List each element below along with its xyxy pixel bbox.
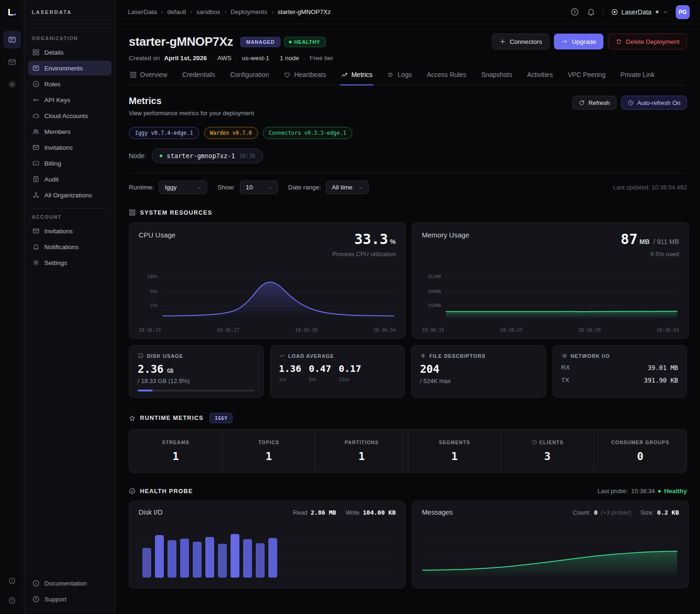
connectors-button[interactable]: Connectors [492, 34, 549, 49]
notifications-icon[interactable] [587, 7, 595, 16]
auto-refresh-button[interactable]: Auto-refresh On [621, 96, 687, 110]
disk-value: 2.36 [138, 363, 163, 375]
users-icon [32, 128, 40, 135]
grid-icon [32, 49, 40, 56]
sidebar-item-billing[interactable]: Billing [28, 156, 112, 171]
sidebar-item-settings[interactable]: Settings [28, 255, 112, 270]
sidebar-item-notifications[interactable]: Notifications [28, 239, 112, 254]
healthy-dot [658, 490, 661, 493]
runtime-stat-label-text: SEGMENTS [439, 440, 470, 445]
system-resources-header: SYSTEM RESOURCES [129, 209, 687, 216]
sidebar-item-label: Invitations [44, 228, 73, 235]
sidebar-divider [32, 208, 108, 209]
breadcrumb-item[interactable]: default [167, 8, 186, 15]
tab-configuration[interactable]: Configuration [229, 71, 270, 85]
tab-metrics[interactable]: Metrics [340, 71, 373, 85]
org-switcher[interactable]: LaserData ★ [611, 8, 668, 16]
tab-logs[interactable]: Logs [386, 71, 413, 85]
runtime-stat-label: CLIENTS [532, 440, 564, 445]
panel-icon [32, 64, 40, 72]
sidebar-item-label: Details [44, 49, 63, 56]
sidebar-item-label: Audit [44, 176, 59, 183]
cpu-x-axis: 10:36:1510:36:2710:36:3910:36:54 [139, 328, 396, 333]
rail-support[interactable] [5, 593, 19, 607]
sidebar-item-api-keys[interactable]: API Keys [28, 92, 112, 107]
load-15m: 0.17 [339, 363, 361, 374]
tab-access-rules[interactable]: Access Rules [426, 71, 467, 85]
sun-icon [32, 259, 40, 266]
network-label: NETWORK I/O [571, 353, 610, 359]
avatar[interactable]: PG [676, 5, 690, 19]
node-label: Node: [129, 152, 146, 160]
rail-environments[interactable] [3, 31, 21, 49]
section-title: RUNTIME METRICS [140, 415, 203, 421]
runtime-stat-label: CONSUMER GROUPS [611, 440, 670, 445]
breadcrumb-separator: › [190, 9, 192, 15]
delete-deployment-button[interactable]: Delete Deployment [608, 34, 687, 49]
runtime-stat-label-text: TOPICS [259, 440, 280, 445]
node-pill[interactable]: starter-gmnop7xz-1 10:36 [152, 148, 263, 163]
sidebar-item-audit[interactable]: Audit [28, 172, 112, 187]
tab-overview[interactable]: Overview [129, 71, 168, 85]
node-status-dot [160, 154, 162, 157]
runtime-stat-value: 1 [451, 450, 458, 462]
runtime-stat-topics: TOPICS1 [222, 430, 315, 472]
upgrade-button[interactable]: Upgrade [554, 34, 603, 49]
disk-usage-progress-fill [138, 390, 153, 391]
icon-rail: L [0, 0, 24, 614]
disk-unit: GB [167, 368, 173, 374]
tab-heartbeats[interactable]: Heartbeats [283, 71, 327, 85]
runtime-label: Runtime: [129, 184, 154, 191]
tab-activities[interactable]: Activities [526, 71, 553, 85]
tab-snapshots[interactable]: Snapshots [480, 71, 513, 85]
date-range-value: All time [332, 184, 352, 191]
runtime-metrics-header: RUNTIME METRICS IGGY [129, 413, 687, 423]
svg-text:100%: 100% [147, 274, 158, 279]
sidebar-item-documentation[interactable]: Documentation [28, 576, 112, 591]
show-select[interactable]: 10 [240, 181, 278, 194]
sidebar-item-invitations[interactable]: Invitations [28, 140, 112, 155]
memory-value: 87 [621, 231, 637, 247]
sidebar-item-details[interactable]: Details [28, 45, 112, 60]
date-range-select[interactable]: All time [326, 181, 369, 194]
sidebar-item-cloud-accounts[interactable]: Cloud Accounts [28, 108, 112, 123]
sidebar-item-invitations[interactable]: Invitations [28, 223, 112, 238]
sidebar-item-all-organizations[interactable]: All Organizations [28, 188, 112, 202]
logo[interactable]: L [0, 0, 24, 24]
tab-private-link[interactable]: Private Link [620, 71, 656, 85]
sidebar-item-roles[interactable]: Roles [28, 77, 112, 91]
activity-icon [279, 353, 285, 359]
sidebar-item-support[interactable]: Support [28, 592, 112, 607]
runtime-select[interactable]: Iggy [159, 181, 207, 194]
rx-label: RX [561, 364, 570, 371]
heart-icon [284, 71, 291, 78]
breadcrumb-item[interactable]: LaserData [128, 8, 157, 15]
rail-invitations[interactable] [3, 53, 21, 71]
sidebar: LASERDATA ORGANIZATIONDetailsEnvironment… [24, 0, 116, 614]
breadcrumb-item[interactable]: Deployments [231, 8, 267, 15]
sidebar-item-environments[interactable]: Environments [28, 61, 112, 76]
rail-nav [0, 31, 24, 93]
connectors-label: Connectors [510, 38, 542, 45]
brand: LASERDATA [24, 0, 115, 24]
sidebar-item-members[interactable]: Members [28, 124, 112, 139]
rail-settings[interactable] [3, 76, 21, 93]
tab-vpc-peering[interactable]: VPC Peering [567, 71, 607, 85]
memory-total: / 911 MB [653, 238, 679, 245]
rail-documentation[interactable] [5, 574, 19, 588]
version-badge: Iggy v0.7.4-edge.1 [129, 127, 199, 139]
write-value: 104.00 KB [363, 509, 396, 516]
x-axis-label: 10:36:15 [422, 328, 444, 333]
breadcrumb-item[interactable]: sandbox [196, 8, 220, 15]
last-updated: Last updated: 10:36:54.462 [613, 184, 687, 191]
read-label: Read [293, 509, 308, 516]
deployment-meta: Created on April 1st, 2026· AWS· us-west… [129, 55, 687, 62]
tab-credentials[interactable]: Credentials [181, 71, 216, 85]
health-badge: HEALTHY [284, 37, 326, 47]
topbar-divider [603, 7, 603, 17]
svg-text:25%: 25% [150, 303, 158, 308]
tab-label: Configuration [230, 71, 269, 78]
history-icon[interactable] [570, 7, 579, 16]
sidebar-item-label: Environments [44, 65, 83, 72]
refresh-button[interactable]: Refresh [572, 96, 616, 110]
